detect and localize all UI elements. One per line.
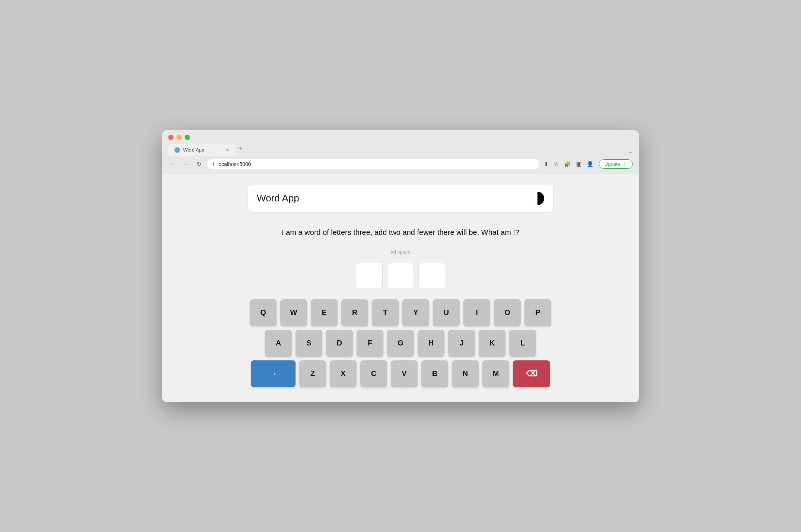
close-button[interactable] <box>168 135 173 140</box>
update-more-icon: ⋮ <box>622 161 627 167</box>
key-A[interactable]: A <box>265 330 292 357</box>
key-H[interactable]: H <box>418 330 444 357</box>
tab-bar: 🌐 Word App ✕ + ⌄ <box>168 144 633 156</box>
ad-space-label: ad space <box>391 249 411 255</box>
back-button[interactable]: ← <box>168 159 177 169</box>
update-button[interactable]: Update ⋮ <box>599 159 633 169</box>
letter-box-3 <box>418 262 445 289</box>
key-J[interactable]: J <box>448 330 475 357</box>
title-bar: 🌐 Word App ✕ + ⌄ <box>162 130 639 156</box>
tab-chevron-icon: ⌄ <box>628 149 633 154</box>
enter-arrow-icon: → <box>269 369 277 379</box>
key-X[interactable]: X <box>330 360 357 387</box>
minimize-button[interactable] <box>176 135 182 140</box>
key-Y[interactable]: Y <box>402 299 429 326</box>
letter-boxes <box>356 262 445 289</box>
key-K[interactable]: K <box>479 330 505 357</box>
bookmark-icon[interactable]: ☆ <box>554 161 559 168</box>
address-info-icon: ℹ <box>213 161 214 167</box>
tab-favicon: 🌐 <box>174 147 180 153</box>
share-icon[interactable]: ⬆ <box>544 161 549 168</box>
extensions-icon[interactable]: 🧩 <box>564 161 571 168</box>
backspace-button[interactable]: ⌫ <box>513 360 550 387</box>
toolbar-icons: ⬆ ☆ 🧩 ▣ 👤 Update ⋮ <box>544 159 633 169</box>
riddle-text: I am a word of letters three, add two an… <box>282 227 519 238</box>
key-M[interactable]: M <box>482 360 509 387</box>
profile-icon[interactable]: 👤 <box>587 161 594 168</box>
address-bar: ← → ↻ ℹ localhost:5000 ⬆ ☆ 🧩 ▣ 👤 Update … <box>162 156 639 174</box>
keyboard-row-2: A S D F G H J K L <box>265 330 536 357</box>
key-G[interactable]: G <box>387 330 414 357</box>
key-W[interactable]: W <box>280 299 307 326</box>
address-text: localhost:5000 <box>217 161 251 167</box>
letter-box-2 <box>387 262 414 289</box>
keyboard-row-3: → Z X C V B N M ⌫ <box>251 360 550 387</box>
browser-window: 🌐 Word App ✕ + ⌄ ← → ↻ ℹ localhost:5000 … <box>162 130 639 402</box>
refresh-button[interactable]: ↻ <box>195 159 203 169</box>
tab-title: Word App <box>183 147 204 153</box>
app-title: Word App <box>257 192 299 204</box>
theme-toggle-button[interactable] <box>531 192 544 205</box>
key-D[interactable]: D <box>326 330 353 357</box>
key-Z[interactable]: Z <box>299 360 326 387</box>
key-Q[interactable]: Q <box>250 299 277 326</box>
tab-close-icon[interactable]: ✕ <box>226 147 229 153</box>
backspace-icon: ⌫ <box>526 369 537 379</box>
enter-button[interactable]: → <box>251 360 296 387</box>
new-tab-button[interactable]: + <box>235 144 245 154</box>
key-N[interactable]: N <box>452 360 479 387</box>
key-S[interactable]: S <box>296 330 322 357</box>
active-tab[interactable]: 🌐 Word App ✕ <box>168 144 235 156</box>
keyboard-row-1: Q W E R T Y U I O P <box>250 299 551 326</box>
traffic-lights <box>168 135 633 140</box>
address-bar-input[interactable]: ℹ localhost:5000 <box>207 159 539 169</box>
key-C[interactable]: C <box>360 360 387 387</box>
key-T[interactable]: T <box>372 299 399 326</box>
key-R[interactable]: R <box>341 299 368 326</box>
key-F[interactable]: F <box>357 330 383 357</box>
key-O[interactable]: O <box>494 299 521 326</box>
key-E[interactable]: E <box>311 299 338 326</box>
maximize-button[interactable] <box>185 135 190 140</box>
key-P[interactable]: P <box>524 299 551 326</box>
forward-button[interactable]: → <box>182 159 191 169</box>
key-I[interactable]: I <box>463 299 490 326</box>
key-V[interactable]: V <box>391 360 418 387</box>
sidebar-icon[interactable]: ▣ <box>576 161 581 168</box>
key-L[interactable]: L <box>509 330 536 357</box>
app-header: Word App <box>248 185 553 212</box>
letter-box-1 <box>356 262 383 289</box>
keyboard: Q W E R T Y U I O P A S D F G H J K <box>250 299 551 387</box>
page-content: Word App I am a word of letters three, a… <box>162 174 639 402</box>
key-U[interactable]: U <box>433 299 460 326</box>
key-B[interactable]: B <box>421 360 448 387</box>
